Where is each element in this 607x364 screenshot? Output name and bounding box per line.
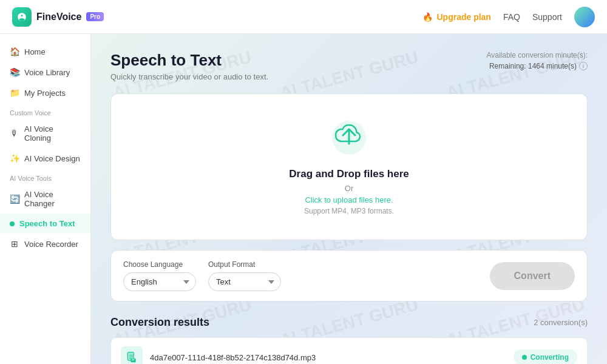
voice-recorder-icon: ⊞ [10,239,19,249]
info-icon[interactable]: i [579,62,588,70]
upload-dropzone[interactable]: Drag and Drop files here Or Click to upl… [110,93,588,240]
content-inner: Speech to Text Quickly transcribe your v… [110,51,588,364]
converting-label: Converting [531,353,569,362]
or-text: Or [345,184,353,193]
sidebar-item-label: AI Voice Cloning [24,124,81,143]
drag-title: Drag and Drop files here [289,168,409,180]
controls-row: Choose Language English Chinese Japanese… [110,250,588,302]
page-title-area: Speech to Text Quickly transcribe your v… [110,51,268,81]
results-header: Conversion results 2 conversion(s) [110,316,588,329]
content-area: AI TALENT GURU AI TALENT GURU AI TALENT … [91,34,607,364]
sidebar-item-speech-to-text[interactable]: Speech to Text [0,214,90,234]
sidebar-item-label: Home [24,47,46,56]
sidebar-item-label: Speech to Text [19,219,75,228]
sidebar-item-ai-voice-changer[interactable]: 🔄 AI Voice Changer [0,184,90,214]
logo-area: FineVoice Pro [12,7,104,27]
support-text: Support MP4, MP3 formats. [304,207,394,215]
logo-icon [12,7,32,27]
sidebar-item-ai-voice-cloning[interactable]: 🎙 AI Voice Cloning [0,119,90,148]
faq-button[interactable]: FAQ [503,12,520,22]
ai-voice-changer-icon: 🔄 [10,194,19,204]
avatar[interactable] [574,7,595,27]
sidebar-item-home[interactable]: 🏠 Home [0,41,90,62]
custom-voice-section-label: Custom Voice [0,103,90,119]
sidebar-item-label: My Projects [24,89,66,98]
sidebar-item-voice-library[interactable]: 📚 Voice Library [0,62,90,83]
sidebar-item-my-projects[interactable]: 📁 My Projects [0,83,90,103]
sidebar-item-label: Voice Library [24,68,70,77]
available-label: Available conversion minute(s): [486,51,588,59]
results-count: 2 conversion(s) [534,318,588,327]
page-subtitle: Quickly transcribe your video or audio t… [110,72,268,81]
ai-voice-cloning-icon: 🎙 [10,129,19,138]
conversion-info: Available conversion minute(s): Remainin… [486,51,588,70]
nav-right: 🔥 Upgrade plan FAQ Support [422,7,595,27]
upload-icon-wrap [330,118,368,160]
converting-dot-icon [522,355,527,360]
convert-button[interactable]: Convert [490,262,575,290]
click-upload-text[interactable]: Click to upload files here. [305,195,393,204]
home-icon: 🏠 [10,47,19,56]
file-name: 4da7e007-111d-418f-8b52-2174c138d74d.mp3 [150,353,506,362]
upgrade-button[interactable]: 🔥 Upgrade plan [422,12,490,22]
sidebar-item-label: AI Voice Design [24,154,80,163]
language-label: Choose Language [123,260,196,269]
support-button[interactable]: Support [532,12,562,22]
voice-library-icon: 📚 [10,67,19,77]
my-projects-icon: 📁 [10,88,19,98]
format-label: Output Format [208,260,281,269]
result-item: 4da7e007-111d-418f-8b52-2174c138d74d.mp3… [110,337,588,364]
converting-badge: Converting [514,349,577,364]
active-indicator [10,221,15,226]
main-layout: 🏠 Home 📚 Voice Library 📁 My Projects Cus… [0,34,607,364]
format-select[interactable]: Text SRT VTT [208,272,281,291]
pro-badge: Pro [86,12,104,21]
language-select[interactable]: English Chinese Japanese French Spanish [123,272,196,291]
top-navigation: FineVoice Pro 🔥 Upgrade plan FAQ Support [0,0,607,34]
page-title: Speech to Text [110,51,268,70]
sidebar-item-label: AI Voice Changer [24,190,81,208]
format-control-group: Output Format Text SRT VTT [208,260,281,291]
sidebar-item-voice-recorder[interactable]: ⊞ Voice Recorder [0,234,90,254]
ai-voice-design-icon: ✨ [10,153,19,163]
remaining-label: Remaining: 1464 minute(s) i [486,62,588,70]
logo-text: FineVoice [36,12,81,22]
sidebar-item-ai-voice-design[interactable]: ✨ AI Voice Design [0,148,90,169]
file-icon [121,346,143,364]
language-control-group: Choose Language English Chinese Japanese… [123,260,196,291]
results-title: Conversion results [110,316,209,329]
ai-tools-section-label: AI Voice Tools [0,169,90,184]
sidebar-item-label: Voice Recorder [24,240,78,249]
page-header: Speech to Text Quickly transcribe your v… [110,51,588,81]
sidebar: 🏠 Home 📚 Voice Library 📁 My Projects Cus… [0,34,91,364]
